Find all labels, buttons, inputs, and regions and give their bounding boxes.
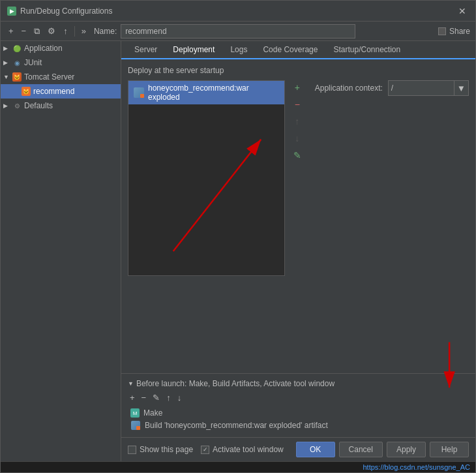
- dialog-title: Run/Debug Configurations: [20, 7, 112, 16]
- close-button[interactable]: ✕: [456, 5, 469, 18]
- add-artifact-button[interactable]: +: [290, 80, 305, 95]
- deploy-list-item[interactable]: honeycomb_recommend:war exploded: [128, 81, 284, 104]
- artifact-label: honeycomb_recommend:war exploded: [148, 84, 279, 102]
- deploy-section-title: Deploy at the server startup: [128, 66, 469, 75]
- bl-make-label: Make: [143, 408, 162, 418]
- title-bar: ▶ Run/Debug Configurations ✕: [1, 1, 475, 22]
- panel-content: Deploy at the server startup honeycomb_r…: [121, 59, 475, 373]
- sidebar-label-application: Application: [24, 44, 63, 53]
- bl-up-button[interactable]: ↑: [164, 392, 173, 403]
- remove-config-button[interactable]: −: [19, 25, 29, 37]
- before-launch-toolbar: + − ✎ ↑ ↓: [128, 392, 469, 403]
- bl-item-build: Build 'honeycomb_recommend:war exploded'…: [128, 419, 469, 432]
- run-debug-dialog: ▶ Run/Debug Configurations ✕ + − ⧉ ⚙ ↑ »…: [0, 0, 476, 473]
- collapse-arrow[interactable]: ▼: [128, 380, 134, 387]
- sidebar-label-recommend: recommend: [33, 87, 74, 96]
- tomcat-icon: 🐱: [12, 72, 22, 82]
- apply-button[interactable]: Apply: [387, 442, 426, 457]
- name-label: Name:: [94, 27, 117, 36]
- move-up-artifact-button[interactable]: ↑: [290, 114, 305, 129]
- edit-artifact-button[interactable]: ✎: [290, 148, 305, 162]
- settings-config-button[interactable]: ⚙: [45, 25, 58, 37]
- sidebar: ▶ 🟢 Application ▶ ◉ JUnit ▼ 🐱 Tomcat Ser…: [1, 41, 121, 461]
- tab-startup-connection[interactable]: Startup/Connection: [325, 41, 408, 59]
- sidebar-item-application[interactable]: ▶ 🟢 Application: [1, 41, 121, 55]
- help-button[interactable]: Help: [430, 442, 469, 457]
- activate-window-group[interactable]: Activate tool window: [201, 445, 284, 454]
- bl-item-make: M Make: [128, 407, 469, 419]
- tab-deployment[interactable]: Deployment: [165, 41, 222, 59]
- move-up-button[interactable]: ↑: [61, 25, 70, 37]
- bottom-bar: Show this page Activate tool window OK C…: [121, 437, 475, 461]
- remove-artifact-button[interactable]: −: [290, 97, 305, 112]
- sidebar-item-tomcat[interactable]: ▼ 🐱 Tomcat Server: [1, 70, 121, 84]
- status-bar: https://blog.csdn.net/sunsgne_AC: [1, 461, 475, 472]
- main-content: ▶ 🟢 Application ▶ ◉ JUnit ▼ 🐱 Tomcat Ser…: [1, 41, 475, 461]
- name-input[interactable]: [121, 24, 355, 38]
- before-launch: ▼ Before launch: Make, Build Artifacts, …: [121, 373, 475, 437]
- bl-add-button[interactable]: +: [128, 392, 137, 403]
- tree-arrow-application: ▶: [3, 45, 10, 52]
- checkboxes: Show this page Activate tool window: [128, 445, 284, 454]
- activate-window-checkbox[interactable]: [201, 446, 209, 454]
- toolbar: + − ⧉ ⚙ ↑ » Name: Share: [1, 22, 475, 41]
- cancel-button[interactable]: Cancel: [339, 442, 383, 457]
- context-row: Application context: ▼: [315, 80, 469, 96]
- add-config-button[interactable]: +: [6, 25, 16, 37]
- sidebar-label-tomcat: Tomcat Server: [24, 72, 74, 82]
- context-dropdown-button[interactable]: ▼: [454, 81, 468, 95]
- show-page-checkbox[interactable]: [128, 446, 136, 454]
- toolbar-separator: [74, 26, 75, 37]
- bl-edit-button[interactable]: ✎: [151, 392, 162, 403]
- share-checkbox[interactable]: [438, 27, 446, 35]
- dialog-buttons: OK Cancel Apply Help: [296, 442, 469, 457]
- tab-logs[interactable]: Logs: [222, 41, 255, 59]
- move-down-artifact-button[interactable]: ↓: [290, 131, 305, 145]
- sidebar-item-junit[interactable]: ▶ ◉ JUnit: [1, 55, 121, 70]
- tree-arrow-tomcat: ▼: [3, 74, 10, 80]
- sidebar-item-recommend[interactable]: 🐱 recommend: [1, 84, 121, 99]
- junit-icon: ◉: [12, 58, 22, 67]
- build-icon: [130, 420, 141, 431]
- right-panel-wrapper: Server Deployment Logs Code Coverage Sta…: [121, 41, 475, 461]
- make-icon: M: [130, 408, 140, 418]
- status-url: https://blog.csdn.net/sunsgne_AC: [363, 463, 471, 471]
- sidebar-item-defaults[interactable]: ▶ ⚙ Defaults: [1, 99, 121, 113]
- copy-config-button[interactable]: ⧉: [31, 25, 42, 38]
- sidebar-label-junit: JUnit: [24, 58, 42, 67]
- tree-arrow-defaults: ▶: [3, 102, 10, 109]
- share-label: Share: [449, 27, 470, 36]
- deploy-actions: + − ↑ ↓ ✎: [290, 80, 305, 162]
- context-label: Application context:: [315, 84, 383, 93]
- context-input[interactable]: [389, 81, 454, 95]
- bl-build-label: Build 'honeycomb_recommend:war exploded'…: [145, 421, 328, 430]
- sidebar-label-defaults: Defaults: [24, 101, 53, 110]
- show-page-group[interactable]: Show this page: [128, 445, 193, 454]
- show-page-label: Show this page: [140, 445, 193, 454]
- tab-code-coverage[interactable]: Code Coverage: [255, 41, 325, 59]
- artifact-icon: [134, 87, 144, 98]
- application-icon: 🟢: [12, 44, 22, 53]
- title-bar-left: ▶ Run/Debug Configurations: [7, 7, 112, 16]
- dialog-icon: ▶: [7, 7, 16, 16]
- recommend-icon: 🐱: [22, 87, 31, 96]
- ok-button[interactable]: OK: [296, 442, 335, 457]
- name-field: Name:: [94, 24, 355, 38]
- before-launch-title: ▼ Before launch: Make, Build Artifacts, …: [128, 379, 469, 388]
- deploy-row: honeycomb_recommend:war exploded + − ↑ ↓…: [128, 80, 469, 276]
- more-button[interactable]: »: [79, 25, 89, 37]
- tab-server[interactable]: Server: [126, 41, 165, 59]
- defaults-icon: ⚙: [12, 101, 22, 110]
- activate-window-label: Activate tool window: [213, 445, 284, 454]
- tree-arrow-junit: ▶: [3, 59, 10, 66]
- tabs: Server Deployment Logs Code Coverage Sta…: [121, 41, 475, 59]
- deploy-list[interactable]: honeycomb_recommend:war exploded: [128, 80, 285, 276]
- right-panel: Server Deployment Logs Code Coverage Sta…: [121, 41, 475, 461]
- bl-remove-button[interactable]: −: [140, 392, 149, 403]
- bl-down-button[interactable]: ↓: [175, 392, 184, 403]
